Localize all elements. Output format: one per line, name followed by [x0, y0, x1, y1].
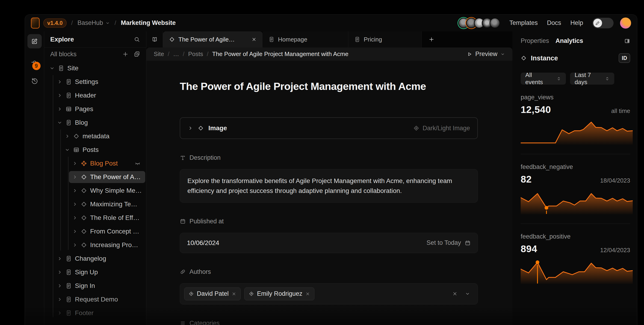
docs-link[interactable]: Docs — [547, 19, 561, 26]
tree-item-site[interactable]: Site — [44, 61, 146, 75]
chevron-right-icon[interactable] — [72, 242, 78, 248]
chevron-right-icon[interactable] — [57, 79, 62, 84]
collaborator-avatar[interactable] — [490, 18, 500, 28]
commits-button[interactable]: 9 — [31, 58, 38, 67]
chevron-right-icon[interactable] — [188, 126, 193, 131]
author-chip[interactable]: Emily Rodriguez — [244, 288, 314, 300]
chevron-right-icon[interactable] — [64, 134, 70, 139]
categories-field-label-row: Categories — [180, 320, 478, 325]
chevron-right-icon[interactable] — [72, 188, 78, 194]
all-blocks-label[interactable]: All blocks — [50, 51, 117, 58]
diamond-icon — [169, 36, 175, 42]
chevron-right-icon[interactable] — [57, 270, 62, 275]
tab-properties[interactable]: Properties — [521, 37, 549, 44]
tab-label: Homepage — [278, 36, 307, 43]
range-filter-select[interactable]: Last 7 days — [570, 72, 614, 84]
tab-the-power-of-agile[interactable]: The Power of Agile… — [163, 31, 262, 48]
chevron-right-icon[interactable] — [72, 215, 78, 220]
copy-id-button[interactable]: ID — [619, 53, 630, 63]
breadcrumb-site[interactable]: Site — [154, 50, 164, 58]
tree-item-settings[interactable]: Settings — [44, 75, 146, 88]
image-field[interactable]: Image Dark/Light Image — [180, 117, 478, 139]
add-block-icon[interactable] — [122, 51, 128, 58]
tab-analytics[interactable]: Analytics — [556, 37, 583, 44]
chevron-right-icon[interactable] — [57, 256, 62, 262]
tree-item-header[interactable]: Header — [44, 88, 146, 102]
document-body: The Power of Agile Project Management wi… — [146, 60, 512, 325]
chevron-right-icon[interactable] — [72, 229, 78, 234]
collaborator-avatars[interactable] — [458, 18, 500, 28]
preview-button[interactable]: Preview — [467, 50, 505, 58]
help-link[interactable]: Help — [570, 19, 583, 26]
clear-all-icon[interactable] — [452, 291, 458, 296]
set-to-today-button[interactable]: Set to Today — [426, 239, 471, 246]
tree-item-the-role[interactable]: The Role of Eff… — [44, 211, 146, 224]
close-icon[interactable] — [252, 37, 256, 42]
tab-pricing[interactable]: Pricing — [348, 31, 422, 48]
tree-item-maximizing[interactable]: Maximizing Te… — [44, 197, 146, 211]
chevron-right-icon[interactable] — [57, 283, 62, 288]
tree-item-blog-post[interactable]: Blog Post — [44, 156, 146, 170]
workspace-switcher[interactable]: BaseHub — [78, 19, 110, 26]
tree-item-metadata[interactable]: metadata — [44, 129, 146, 143]
duplicate-icon[interactable] — [134, 51, 140, 58]
remove-chip-icon[interactable] — [232, 292, 236, 296]
author-chip[interactable]: David Patel — [184, 288, 241, 300]
chevron-down-icon[interactable] — [64, 147, 70, 152]
chevron-right-icon[interactable] — [72, 202, 78, 207]
collapse-panel-icon[interactable] — [624, 38, 630, 44]
remove-chip-icon[interactable] — [306, 292, 310, 296]
set-to-today-label: Set to Today — [426, 239, 461, 246]
tree-item-label: Why Simple Me… — [90, 187, 142, 194]
page-views-sparkline[interactable] — [521, 119, 630, 145]
new-tab-button[interactable] — [422, 31, 512, 48]
chevron-right-icon[interactable] — [57, 106, 62, 112]
chevron-down-icon[interactable] — [49, 66, 55, 71]
tree-item-the-power-of-a[interactable]: The Power of A… — [44, 170, 146, 184]
authors-input[interactable]: David Patel Emily Rodriguez — [180, 283, 478, 304]
tree-item-posts[interactable]: Posts — [44, 143, 146, 156]
tree-item-blog[interactable]: Blog — [44, 116, 146, 129]
chevron-right-icon[interactable] — [57, 93, 62, 98]
image-field-label: Image — [208, 124, 227, 132]
compose-button[interactable] — [28, 34, 42, 48]
events-filter-select[interactable]: All events — [521, 72, 566, 84]
tree-item-changelog[interactable]: Changelog — [44, 252, 146, 265]
feedback-positive-sparkline[interactable] — [521, 258, 630, 284]
chevron-right-icon[interactable] — [57, 297, 62, 302]
chevron-down-icon[interactable] — [57, 120, 62, 126]
published-date-input[interactable]: 10/06/2024 Set to Today — [180, 233, 478, 253]
breadcrumb-ellipsis[interactable]: … — [173, 50, 179, 58]
tree-item-label: metadata — [82, 132, 110, 140]
tree-item-footer[interactable]: Footer — [44, 306, 146, 320]
eye-closed-icon[interactable] — [134, 160, 140, 166]
breadcrumb-posts[interactable]: Posts — [188, 50, 203, 58]
version-badge[interactable]: v1.4.0 — [43, 18, 66, 28]
history-button[interactable] — [31, 77, 38, 85]
project-name[interactable]: Marketing Website — [121, 19, 176, 26]
selected-tree-item[interactable]: The Power of A… — [69, 171, 145, 183]
chevron-right-icon[interactable] — [72, 174, 78, 180]
chevron-down-icon[interactable] — [465, 291, 470, 296]
edit-mode-toggle[interactable] — [592, 18, 614, 28]
templates-link[interactable]: Templates — [510, 19, 538, 26]
page-title[interactable]: The Power of Agile Project Management wi… — [180, 80, 478, 92]
tree-item-why-simple[interactable]: Why Simple Me… — [44, 184, 146, 197]
tree-item-request-demo[interactable]: Request Demo — [44, 292, 146, 306]
doc-icon — [66, 269, 72, 276]
description-input[interactable]: Explore the transformative benefits of A… — [180, 169, 478, 202]
tree-item-increasing[interactable]: Increasing Pro… — [44, 238, 146, 252]
tree-item-pages[interactable]: Pages — [44, 102, 146, 116]
basehub-logo[interactable] — [31, 18, 40, 28]
feedback-negative-sparkline[interactable] — [521, 188, 630, 214]
chevron-right-icon[interactable] — [72, 161, 78, 166]
user-avatar[interactable] — [620, 18, 631, 28]
tab-homepage[interactable]: Homepage — [262, 31, 348, 48]
library-button[interactable] — [146, 31, 163, 48]
search-icon[interactable] — [134, 36, 140, 43]
chevron-right-icon[interactable] — [57, 310, 62, 316]
tree-item-from-concept[interactable]: From Concept … — [44, 224, 146, 238]
tree-item-sign-up[interactable]: Sign Up — [44, 265, 146, 279]
editor-area: The Power of Agile… Homepage Pricing Sit… — [146, 31, 512, 325]
tree-item-sign-in[interactable]: Sign In — [44, 279, 146, 292]
